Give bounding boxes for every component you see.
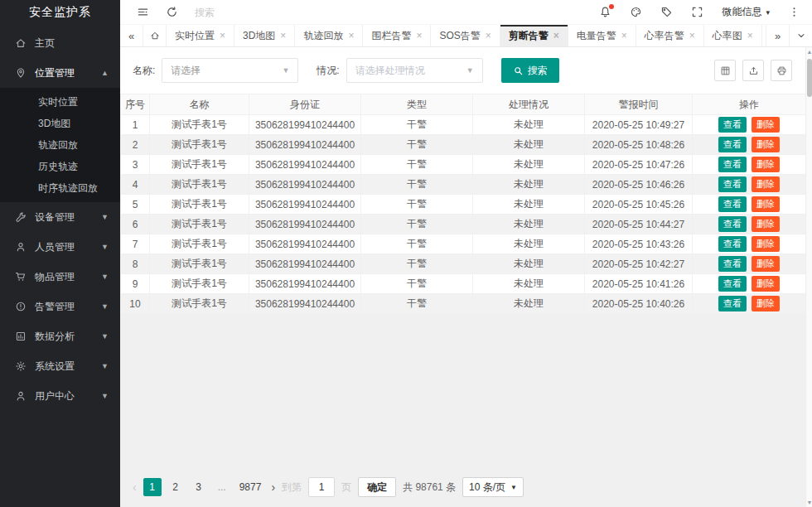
tab-close-icon[interactable]: × — [747, 31, 753, 41]
sidebar-subitem[interactable]: 时序轨迹回放 — [0, 177, 120, 199]
sidebar-item-people[interactable]: 人员管理▼ — [0, 232, 120, 262]
chart-icon — [15, 331, 27, 342]
tab-close-icon[interactable]: × — [486, 31, 491, 41]
cell-index: 10 — [121, 294, 150, 314]
sidebar-item-chart[interactable]: 数据分析▼ — [0, 321, 120, 351]
view-button[interactable]: 查看 — [718, 176, 747, 192]
goto-page-input[interactable] — [308, 477, 335, 497]
fullscreen-icon[interactable] — [691, 6, 703, 18]
view-button[interactable]: 查看 — [718, 216, 747, 232]
tag-icon[interactable] — [660, 6, 673, 18]
sidebar-subitem[interactable]: 实时位置 — [0, 91, 120, 113]
cell-status: 未处理 — [473, 215, 585, 234]
tab-label: 电量告警 — [577, 29, 616, 43]
view-button[interactable]: 查看 — [718, 296, 747, 311]
tab-close-icon[interactable]: × — [689, 31, 695, 41]
cell-actions: 查看删除 — [693, 115, 806, 135]
filter-columns-icon[interactable] — [714, 60, 736, 81]
tab-item[interactable]: 围栏告警× — [363, 25, 431, 46]
bell-icon[interactable] — [599, 6, 611, 18]
tab-close-icon[interactable]: × — [280, 31, 286, 41]
column-header: 序号 — [121, 94, 150, 115]
tab-label: 剪断告警 — [509, 29, 549, 43]
view-button[interactable]: 查看 — [718, 236, 747, 252]
view-button[interactable]: 查看 — [718, 117, 747, 133]
page-number[interactable]: 1 — [143, 478, 162, 496]
page-number[interactable]: 2 — [167, 478, 185, 496]
view-button[interactable]: 查看 — [718, 137, 747, 152]
tab-item[interactable]: 电量告警× — [568, 25, 636, 46]
view-button[interactable]: 查看 — [718, 157, 747, 172]
tab-close-icon[interactable]: × — [220, 31, 225, 41]
page-number[interactable]: 9877 — [236, 478, 265, 496]
sidebar-item-gear[interactable]: 系统设置▼ — [0, 351, 120, 381]
next-page-icon[interactable]: › — [271, 478, 275, 496]
delete-button[interactable]: 删除 — [752, 176, 780, 192]
tab-item[interactable]: 心率图× — [704, 25, 762, 46]
status-filter-select[interactable]: 请选择处理情况 ▼ — [346, 58, 483, 83]
tabs-scroll-right-icon[interactable]: » — [766, 25, 789, 46]
search-input[interactable] — [195, 7, 286, 18]
theme-palette-icon[interactable] — [630, 6, 642, 18]
scrollbar-thumb[interactable] — [807, 59, 812, 97]
tabs-dropdown-icon[interactable] — [789, 25, 812, 46]
vertical-scrollbar[interactable]: ▲ ▼ — [805, 47, 812, 507]
tab-item[interactable]: 实时位置× — [167, 25, 234, 46]
home-tab-icon[interactable] — [143, 25, 167, 46]
tab-close-icon[interactable]: × — [416, 31, 422, 41]
cell-index: 1 — [121, 115, 150, 135]
tab-item[interactable]: 电子点名统计图× — [762, 25, 766, 46]
scroll-up-icon[interactable]: ▲ — [806, 48, 812, 56]
page-number[interactable]: 3 — [190, 478, 208, 496]
name-filter-select[interactable]: 请选择 ▼ — [162, 58, 298, 83]
view-button[interactable]: 查看 — [718, 276, 747, 292]
cell-type: 干警 — [361, 135, 473, 155]
pagination: ‹ 123...9877 › 到第 页 确定 共 98761 条 10 条/页 … — [133, 477, 812, 497]
sidebar-subitem[interactable]: 历史轨迹 — [0, 156, 120, 177]
tab-close-icon[interactable]: × — [621, 31, 627, 41]
delete-button[interactable]: 删除 — [752, 236, 780, 252]
sidebar-item-home[interactable]: 主页 — [0, 28, 120, 58]
sidebar-item-alert[interactable]: 告警管理▼ — [0, 292, 120, 321]
page-size-select[interactable]: 10 条/页 ▼ — [462, 477, 524, 497]
view-button[interactable]: 查看 — [718, 196, 747, 212]
goto-confirm-button[interactable]: 确定 — [358, 477, 396, 497]
sidebar-item-tools[interactable]: 设备管理▼ — [0, 202, 120, 232]
sidebar-item-user[interactable]: 用户中心▼ — [0, 381, 120, 411]
delete-button[interactable]: 删除 — [752, 117, 780, 133]
refresh-icon[interactable] — [166, 6, 178, 18]
tabs-scroll-left-icon[interactable]: « — [120, 25, 143, 46]
menu-toggle-icon[interactable] — [137, 6, 149, 18]
sidebar-item-location[interactable]: 位置管理▲ — [0, 58, 120, 88]
prev-page-icon[interactable]: ‹ — [133, 478, 137, 496]
scroll-down-icon[interactable]: ▼ — [806, 499, 812, 506]
delete-button[interactable]: 删除 — [752, 137, 780, 152]
delete-button[interactable]: 删除 — [752, 157, 780, 172]
print-icon[interactable] — [771, 60, 792, 81]
delete-button[interactable]: 删除 — [752, 216, 780, 232]
delete-button[interactable]: 删除 — [752, 196, 780, 212]
more-menu-icon[interactable] — [788, 6, 800, 18]
tab-item[interactable]: 心率告警× — [636, 25, 704, 46]
user-menu[interactable]: 微能信息 ▾ — [722, 5, 770, 19]
tab-item[interactable]: 轨迹回放× — [295, 25, 363, 46]
delete-button[interactable]: 删除 — [752, 276, 780, 292]
tab-close-icon[interactable]: × — [348, 31, 354, 41]
view-button[interactable]: 查看 — [718, 256, 747, 272]
tab-item[interactable]: 3D地图× — [234, 25, 295, 46]
tab-close-icon[interactable]: × — [553, 31, 559, 41]
tab-item[interactable]: 剪断告警× — [500, 25, 568, 46]
table-row: 1测试手表1号350628199410244400干警未处理2020-05-25… — [121, 115, 806, 135]
delete-button[interactable]: 删除 — [752, 296, 780, 311]
tab-item[interactable]: SOS告警× — [431, 25, 500, 46]
export-icon[interactable] — [742, 60, 764, 81]
cell-index: 3 — [121, 155, 150, 175]
sidebar-subitem[interactable]: 轨迹回放 — [0, 134, 120, 156]
sidebar-item-cart[interactable]: 物品管理▼ — [0, 262, 120, 292]
caret-up-icon: ▲ — [101, 69, 109, 77]
cell-index: 8 — [121, 254, 150, 274]
search-button[interactable]: 搜索 — [501, 58, 559, 83]
caret-down-icon: ▾ — [766, 8, 770, 17]
delete-button[interactable]: 删除 — [752, 256, 780, 272]
sidebar-subitem[interactable]: 3D地图 — [0, 113, 120, 134]
